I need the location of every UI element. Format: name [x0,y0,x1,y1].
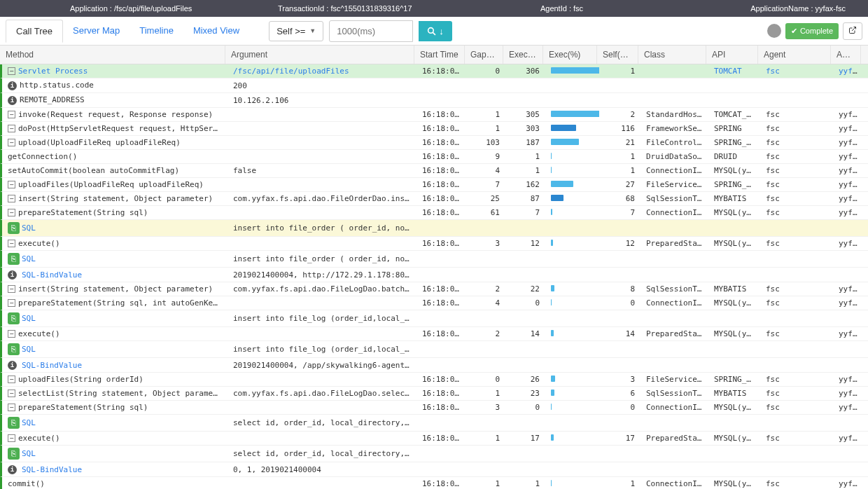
class-cell [640,347,708,352]
collapse-icon[interactable]: − [8,139,15,146]
header-exec[interactable]: Exec(ms) [503,46,543,64]
table-row[interactable]: i SQL-BindValue2019021400004, /app/skywa… [0,358,868,373]
call-tree-rows[interactable]: −Servlet Process/fsc/api/file/uploadFile… [0,64,868,489]
sql-badge: ⎘ SQL [8,343,36,355]
tab-mixed-view[interactable]: Mixed View [183,20,249,42]
header-gap[interactable]: Gap(ms) [465,46,503,64]
table-row[interactable]: commit()16:18:05 351111ConnectionImplMYS… [0,477,868,489]
table-row[interactable]: setAutoCommit(boolean autoCommitFlag)fal… [0,164,868,178]
argument-cell [227,482,416,486]
class-cell: ConnectionImpl [640,206,708,219]
gap-cell: 0 [467,64,505,78]
table-row[interactable]: ⎘ SQLinsert into file_order ( order_id, … [0,220,868,237]
header-start-time[interactable]: Start Time [414,46,465,64]
collapse-icon[interactable]: − [8,330,15,338]
collapse-icon[interactable]: − [8,111,15,118]
tab-timeline[interactable]: Timeline [130,20,183,42]
collapse-icon[interactable]: − [8,67,15,75]
info-application: Application : /fsc/api/file/uploadFiles [0,3,257,14]
popout-button[interactable] [843,22,862,40]
collapse-icon[interactable]: − [8,376,15,383]
header-api[interactable]: API [706,46,758,64]
header-agent[interactable]: Agent [758,46,831,64]
api-cell [708,317,760,321]
table-row[interactable]: ⎘ SQLselect id, order_id, local_director… [0,446,868,462]
exec-cell: 0 [505,296,545,310]
table-row[interactable]: −Servlet Process/fsc/api/file/uploadFile… [0,64,868,78]
exec-cell: 1 [505,164,545,177]
application-cell: yyfax- [833,122,863,135]
header-method[interactable]: Method [0,46,225,64]
table-row[interactable]: −upload(UploadFileReq uploadFileReq)16:1… [0,136,868,150]
complete-badge[interactable]: ✔ Complete [785,23,839,39]
collapse-icon[interactable]: − [8,390,15,397]
download-icon[interactable] [767,24,781,38]
search-button[interactable]: ↓ [419,21,452,41]
argument-cell [227,183,416,187]
argument-cell: insert into file_order ( order_id, notif… [227,221,416,235]
table-row[interactable]: ⎘ SQLinsert into file_log (order_id,loca… [0,341,868,358]
self-cell: 8 [599,282,640,296]
sql-bind-badge: i SQL-BindValue [8,270,82,280]
table-row[interactable]: iREMOTE_ADDRESS10.126.2.106 [0,93,868,108]
gap-cell [467,317,505,321]
header-self[interactable]: Self(ms) [597,46,638,64]
table-row[interactable]: −uploadFiles(UploadFileReq uploadFileReq… [0,178,868,192]
filter-value-input[interactable] [329,20,413,42]
table-row[interactable]: ⎘ SQLinsert into file_log (order_id,loca… [0,310,868,327]
collapse-icon[interactable]: − [8,434,15,442]
table-row[interactable]: −prepareStatement(String sql, int autoGe… [0,296,868,310]
header-class[interactable]: Class [638,46,706,64]
application-cell: yyfax- [833,296,863,310]
gap-cell: 1 [467,122,505,135]
gap-cell: 3 [467,401,505,414]
header-argument[interactable]: Argument [225,46,414,64]
filter-mode-dropdown[interactable]: Self >= ▼ [269,21,323,41]
exec-pct-cell [545,193,599,205]
table-row[interactable]: getConnection()16:18:05 175911DruidDataS… [0,150,868,164]
table-row[interactable]: ⎘ SQLinsert into file_order ( order_id, … [0,251,868,268]
class-cell [640,467,708,471]
start-time-cell: 16:18:05 180 [416,164,467,177]
gap-cell: 7 [467,178,505,191]
collapse-icon[interactable]: − [8,299,15,307]
table-row[interactable]: ⎘ SQLselect id, order_id, local_director… [0,415,868,432]
exec-pct-cell [545,297,599,310]
collapse-icon[interactable]: − [8,240,15,247]
exec-pct-cell [545,257,599,261]
table-row[interactable]: −invoke(Request request, Response respon… [0,108,868,122]
table-row[interactable]: −execute()16:18:05 28431212PreparedState… [0,237,868,251]
table-row[interactable]: ihttp.status.code200 [0,78,868,93]
info-icon: i [8,361,17,370]
table-row[interactable]: −uploadFiles(String orderId)16:18:05 324… [0,373,868,387]
table-row[interactable]: i SQL-BindValue0, 1, 2019021400004 [0,462,868,477]
collapse-icon[interactable]: − [8,125,15,132]
application-cell: yyfax- [833,136,863,149]
table-row[interactable]: −selectList(String statement, Object par… [0,387,868,401]
svg-point-0 [428,27,434,33]
table-row[interactable]: −execute()16:18:05 32911717PreparedState… [0,432,868,446]
exec-cell: 22 [505,282,545,296]
tab-call-tree[interactable]: Call Tree [6,20,63,43]
start-time-cell: 16:18:05 308 [416,327,467,340]
start-time-cell [416,83,467,88]
table-row[interactable]: −prepareStatement(String sql)16:18:05 27… [0,206,868,220]
collapse-icon[interactable]: − [8,209,15,216]
collapse-icon[interactable]: − [8,195,15,202]
collapse-icon[interactable]: − [8,285,15,293]
tab-server-map[interactable]: Server Map [63,20,130,42]
table-row[interactable]: −insert(String statement, Object paramet… [0,192,868,206]
table-row[interactable]: −doPost(HttpServletRequest request, Http… [0,122,868,136]
argument-cell: /fsc/api/file/uploadFiles [227,64,416,78]
header-exec-pct[interactable]: Exec(%) [543,46,597,64]
agent-cell [760,273,833,277]
table-row[interactable]: i SQL-BindValue2019021400004, http://172… [0,268,868,282]
header-application[interactable]: Application [831,46,861,64]
table-row[interactable]: −prepareStatement(String sql)16:18:05 32… [0,401,868,415]
self-cell: 3 [599,373,640,386]
api-cell [708,83,760,88]
collapse-icon[interactable]: − [8,404,15,411]
collapse-icon[interactable]: − [8,181,15,188]
table-row[interactable]: −insert(String statement, Object paramet… [0,282,868,296]
table-row[interactable]: −execute()16:18:05 30821414PreparedState… [0,327,868,341]
